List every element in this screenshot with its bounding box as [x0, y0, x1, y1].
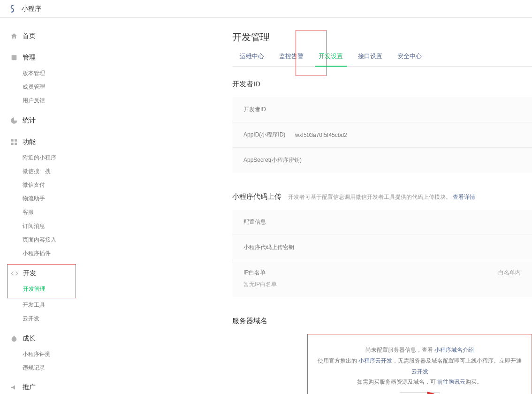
sidebar-item-home[interactable]: 首页: [0, 27, 80, 45]
svg-rect-2: [15, 139, 17, 142]
section-server-domain: 服务器域名 尚未配置服务器信息，查看 小程序域名介绍 使用官方推出的 小程序云开…: [232, 317, 532, 394]
text: 购买。: [465, 379, 482, 385]
sidebar-item-promo[interactable]: 推广: [0, 379, 80, 394]
ip-whitelist-empty: 暂无IP白名单: [243, 280, 521, 288]
svg-rect-1: [11, 139, 14, 142]
section-title: 服务器域名: [232, 317, 267, 326]
section-desc: 开发者可基于配置信息调用微信开发者工具提供的代码上传模块。 查看详情: [288, 193, 475, 201]
sidebar-item-stats[interactable]: 统计: [0, 112, 80, 129]
sidebar-label: 开发: [23, 269, 36, 278]
sidebar-sub-search[interactable]: 微信搜一搜: [0, 165, 80, 178]
panel-ip-whitelist: IP白名单 白名单内 暂无IP白名单: [232, 260, 532, 297]
sidebar-sub-review[interactable]: 小程序评测: [0, 348, 80, 361]
section-developer-id: 开发者ID 开发者ID AppID(小程序ID) wxf503a70f5f45c…: [232, 80, 532, 173]
tab-security-center[interactable]: 安全中心: [390, 52, 429, 66]
view-details-link[interactable]: 查看详情: [453, 194, 475, 200]
app-title: 小程序: [22, 5, 41, 13]
tab-monitor-alert[interactable]: 监控告警: [272, 52, 311, 66]
tab-api-settings[interactable]: 接口设置: [350, 52, 390, 66]
appid-label: AppID(小程序ID): [243, 131, 295, 139]
panel-upload-secret: 小程序代码上传密钥: [232, 235, 532, 260]
sidebar-item-dev[interactable]: 开发: [8, 265, 76, 282]
domain-intro-link[interactable]: 小程序域名介绍: [434, 347, 474, 353]
sidebar-sub-devtools[interactable]: 开发工具: [0, 298, 80, 312]
code-icon: [11, 270, 18, 277]
highlight-box-dev: 开发 开发管理: [7, 264, 76, 298]
stats-icon: [10, 117, 18, 124]
sidebar-item-growth[interactable]: 成长: [0, 330, 80, 348]
sidebar-sub-clouddev[interactable]: 云开发: [0, 312, 80, 326]
desc-text: 开发者可基于配置信息调用微信开发者工具提供的代码上传模块。: [288, 194, 451, 200]
sidebar-label: 功能: [23, 138, 36, 146]
sidebar-sub-subscribe[interactable]: 订阅消息: [0, 220, 80, 233]
open-cloud-link[interactable]: 云开发: [411, 368, 428, 375]
sidebar-label: 管理: [23, 53, 36, 62]
megaphone-icon: [10, 384, 18, 391]
page-title: 开发管理: [232, 31, 532, 44]
ip-whitelist-status: 白名单内: [498, 269, 521, 277]
text: 如需购买服务器资源及域名，可: [357, 379, 436, 385]
panel-appsecret: AppSecret(小程序密钥): [232, 147, 532, 173]
server-line1: 尚未配置服务器信息，查看 小程序域名介绍: [315, 345, 524, 356]
sidebar-label: 首页: [23, 32, 36, 40]
appid-value: wxf503a70f5f45cbd2: [295, 132, 347, 138]
panel-config-info: 配置信息: [232, 210, 532, 235]
panel-label: 小程序代码上传密钥: [243, 244, 294, 250]
svg-rect-0: [12, 55, 17, 61]
section-title: 开发者ID: [232, 80, 260, 89]
content-area: 开发管理 运维中心 监控告警 开发设置 接口设置 安全中心 开发者ID 开发者I…: [80, 18, 532, 394]
section-title: 小程序代码上传: [232, 192, 281, 201]
sidebar-sub-service[interactable]: 客服: [0, 205, 80, 219]
ip-whitelist-label: IP白名单: [243, 269, 266, 277]
sidebar-label: 统计: [23, 116, 36, 125]
text: ，无需服务器及域名配置即可上线小程序。立即开通: [392, 357, 522, 364]
text: 尚未配置服务器信息，查看: [365, 347, 433, 353]
svg-rect-3: [11, 143, 14, 145]
sidebar-item-features[interactable]: 功能: [0, 133, 80, 151]
panel-devid-header: 开发者ID: [232, 97, 532, 122]
panel-appid: AppID(小程序ID) wxf503a70f5f45cbd2: [232, 122, 532, 147]
section-code-upload: 小程序代码上传 开发者可基于配置信息调用微信开发者工具提供的代码上传模块。 查看…: [232, 192, 532, 297]
tencent-cloud-link[interactable]: 前往腾讯云: [437, 379, 465, 385]
server-line2: 使用官方推出的 小程序云开发，无需服务器及域名配置即可上线小程序。立即开通 云开…: [315, 356, 524, 377]
sidebar-sub-pay[interactable]: 微信支付: [0, 178, 80, 192]
tab-bar: 运维中心 监控告警 开发设置 接口设置 安全中心: [232, 52, 532, 67]
growth-icon: [10, 335, 18, 342]
sidebar-label: 推广: [23, 383, 36, 392]
text: 使用官方推出的: [318, 357, 357, 364]
svg-rect-4: [15, 143, 17, 145]
sidebar: 首页 管理 版本管理 成员管理 用户反馈 统计 功能 附近的小程序 微信搜: [0, 18, 80, 394]
server-line3: 如需购买服务器资源及域名，可 前往腾讯云购买。: [315, 377, 524, 387]
app-header: 小程序: [0, 0, 532, 18]
sidebar-sub-pagecontent[interactable]: 页面内容接入: [0, 233, 80, 247]
miniprogram-logo-icon: [8, 4, 18, 14]
manage-icon: [10, 54, 18, 61]
sidebar-sub-violation[interactable]: 违规记录: [0, 361, 80, 375]
sidebar-sub-devmanage[interactable]: 开发管理: [8, 282, 76, 296]
tab-ops-center[interactable]: 运维中心: [232, 52, 272, 66]
sidebar-sub-plugin[interactable]: 小程序插件: [0, 247, 80, 260]
appsecret-label: AppSecret(小程序密钥): [243, 157, 302, 163]
sidebar-sub-logistics[interactable]: 物流助手: [0, 192, 80, 205]
home-icon: [10, 32, 18, 40]
panel-label: 配置信息: [243, 219, 266, 225]
start-config-button[interactable]: 开始配置: [400, 392, 440, 394]
sidebar-label: 成长: [23, 334, 36, 343]
features-icon: [10, 138, 18, 146]
panel-label: 开发者ID: [243, 106, 266, 113]
sidebar-sub-feedback[interactable]: 用户反馈: [0, 94, 80, 107]
sidebar-sub-version[interactable]: 版本管理: [0, 67, 80, 80]
tab-dev-settings[interactable]: 开发设置: [311, 52, 350, 66]
sidebar-item-manage[interactable]: 管理: [0, 49, 80, 67]
sidebar-sub-nearby[interactable]: 附近的小程序: [0, 151, 80, 165]
cloud-dev-link[interactable]: 小程序云开发: [358, 357, 392, 364]
sidebar-sub-members[interactable]: 成员管理: [0, 80, 80, 94]
server-config-box: 尚未配置服务器信息，查看 小程序域名介绍 使用官方推出的 小程序云开发，无需服务…: [307, 334, 532, 394]
